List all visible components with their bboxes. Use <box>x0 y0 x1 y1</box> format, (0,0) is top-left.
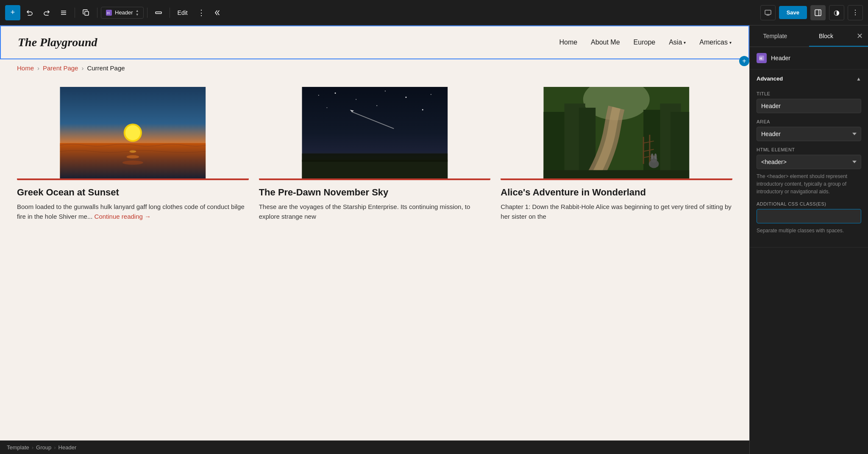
americas-dropdown-arrow: ▾ <box>729 40 732 45</box>
svg-point-23 <box>405 97 406 98</box>
title-field-group: TITLE <box>757 91 861 113</box>
block-selector[interactable]: H Header ▲▼ <box>101 7 144 19</box>
svg-point-13 <box>125 125 140 140</box>
toolbar: + H Header ▲▼ Edit ⋮ Save ◑ ⋮ <box>0 0 868 25</box>
redo-button[interactable] <box>39 5 54 20</box>
block-selector-arrows: ▲▼ <box>136 9 139 17</box>
area-field-label: AREA <box>757 119 861 124</box>
canvas-area: The Playground Home About Me Europe Asia… <box>0 25 749 454</box>
svg-point-20 <box>334 92 336 94</box>
svg-point-17 <box>122 161 143 165</box>
svg-point-45 <box>651 153 654 159</box>
svg-rect-3 <box>85 11 89 15</box>
save-button[interactable]: Save <box>779 6 807 19</box>
svg-rect-9 <box>815 10 821 16</box>
html-element-select[interactable]: <header> <div> <section> <main> <article… <box>757 155 861 169</box>
svg-point-16 <box>127 155 139 159</box>
svg-point-46 <box>654 153 657 159</box>
nav-asia[interactable]: Asia ▾ <box>669 39 686 46</box>
card-2-text: These are the voyages of the Starship En… <box>259 202 491 221</box>
breadcrumb-sep-2: › <box>81 64 83 72</box>
svg-rect-29 <box>302 153 448 162</box>
card-2: The Pre-Dawn November Sky These are the … <box>259 87 491 221</box>
card-1-title: Greek Ocean at Sunset <box>17 187 249 198</box>
card-3-title: Alice's Adventure in Wonderland <box>501 187 732 198</box>
nav-home[interactable]: Home <box>559 39 577 46</box>
add-block-button[interactable]: + <box>5 5 20 20</box>
panel-tabs: Template Block ✕ <box>750 25 868 47</box>
area-select[interactable]: Header Footer Sidebar <box>757 127 861 141</box>
title-input[interactable] <box>757 99 861 113</box>
advanced-section-arrow: ▲ <box>856 76 861 82</box>
tab-indicator <box>809 46 868 47</box>
svg-point-19 <box>318 95 319 96</box>
svg-rect-6 <box>156 12 161 14</box>
svg-rect-47 <box>544 170 690 178</box>
settings-button[interactable]: ⋮ <box>848 5 863 20</box>
bottom-bar-group[interactable]: Group <box>36 444 51 451</box>
svg-text:H: H <box>760 56 762 61</box>
svg-point-26 <box>376 105 377 106</box>
card-1-image <box>17 87 249 180</box>
breadcrumb-parent[interactable]: Parent Page <box>43 64 78 72</box>
bottom-bar-sep-1: › <box>32 444 33 451</box>
asia-dropdown-arrow: ▾ <box>684 40 686 45</box>
advanced-section-content: TITLE AREA Header Footer Sidebar HTML EL… <box>750 88 868 247</box>
advanced-section: Advanced ▲ TITLE AREA Header Footer Side… <box>750 70 868 248</box>
card-grid: Greek Ocean at Sunset Boom loaded to the… <box>0 77 749 231</box>
card-1-link[interactable]: Continue reading → <box>95 213 151 220</box>
style-toggle-button[interactable]: ◑ <box>829 5 844 20</box>
breadcrumb-current: Current Page <box>87 64 125 72</box>
css-classes-input[interactable] <box>757 209 861 223</box>
breadcrumb-sep-1: › <box>37 64 39 72</box>
collapse-button[interactable] <box>211 5 226 20</box>
breadcrumb-home[interactable]: Home <box>17 64 34 72</box>
right-panel: Template Block ✕ H Header Advanced ▲ TIT… <box>749 25 868 454</box>
tab-block[interactable]: Block <box>801 25 851 47</box>
site-nav: Home About Me Europe Asia ▾ Americas ▾ <box>559 39 732 46</box>
card-3-text: Chapter 1: Down the Rabbit-Hole Alice wa… <box>501 202 732 221</box>
site-preview: The Playground Home About Me Europe Asia… <box>0 25 749 440</box>
svg-point-22 <box>385 91 386 92</box>
css-classes-hint: Separate multiple classes with spaces. <box>757 227 861 234</box>
title-field-label: TITLE <box>757 91 861 96</box>
card-2-image <box>259 87 491 180</box>
nav-about[interactable]: About Me <box>591 39 620 46</box>
add-after-header-button[interactable]: + <box>739 56 749 66</box>
card-3-image <box>501 87 732 180</box>
card-1: Greek Ocean at Sunset Boom loaded to the… <box>17 87 249 221</box>
card-3: Alice's Adventure in Wonderland Chapter … <box>501 87 732 221</box>
advanced-section-header[interactable]: Advanced ▲ <box>750 70 868 88</box>
divider-3 <box>147 8 147 18</box>
html-element-label: HTML ELEMENT <box>757 147 861 152</box>
site-header-block[interactable]: The Playground Home About Me Europe Asia… <box>0 25 749 59</box>
tab-template[interactable]: Template <box>750 25 801 47</box>
bottom-bar-template[interactable]: Template <box>7 444 29 451</box>
advanced-section-title: Advanced <box>757 75 783 82</box>
css-classes-field-group: ADDITIONAL CSS CLASS(ES) Separate multip… <box>757 201 861 234</box>
nav-europe[interactable]: Europe <box>634 39 656 46</box>
nav-americas[interactable]: Americas ▾ <box>699 39 732 46</box>
html-element-field-group: HTML ELEMENT <header> <div> <section> <m… <box>757 147 861 195</box>
bottom-bar-sep-2: › <box>54 444 56 451</box>
undo-button[interactable] <box>22 5 37 20</box>
card-1-text: Boom loaded to the gunwalls hulk lanyard… <box>17 202 249 221</box>
sidebar-toggle-button[interactable] <box>810 5 826 20</box>
divider-1 <box>75 8 75 18</box>
edit-button[interactable]: Edit <box>173 5 192 20</box>
align-button[interactable] <box>151 5 166 20</box>
block-name-label: Header <box>771 55 790 61</box>
copy-button[interactable] <box>78 5 94 20</box>
svg-point-24 <box>431 94 431 95</box>
css-classes-label: ADDITIONAL CSS CLASS(ES) <box>757 201 861 206</box>
divider-2 <box>97 8 97 18</box>
list-view-button[interactable] <box>56 5 71 20</box>
panel-close-button[interactable]: ✕ <box>851 25 868 47</box>
divider-4 <box>170 8 170 18</box>
bottom-bar-header[interactable]: Header <box>58 444 77 451</box>
svg-rect-7 <box>765 10 771 14</box>
svg-point-25 <box>326 107 327 108</box>
more-options-button[interactable]: ⋮ <box>194 5 209 20</box>
svg-point-27 <box>422 109 423 111</box>
desktop-view-button[interactable] <box>760 5 776 20</box>
